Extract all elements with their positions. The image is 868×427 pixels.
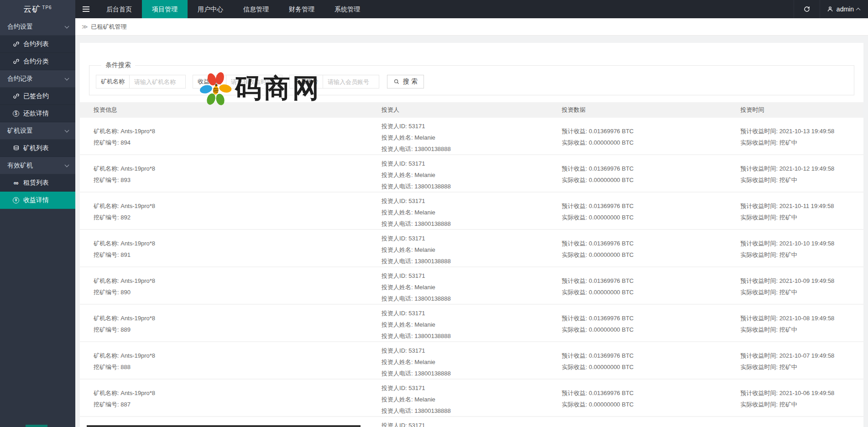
sidebar-group[interactable]: 矿机设置 — [0, 122, 75, 140]
sidebar-group[interactable]: 有效矿机 — [0, 157, 75, 174]
cell-line: 实际收益时间: 挖矿中 — [740, 286, 863, 298]
table-body: 矿机名称: Ants-19pro*8挖矿编号: 894 投资人ID: 53171… — [80, 118, 863, 427]
cell-line: 预计收益: 0.01369976 BTC — [562, 163, 740, 174]
search-field: 矿机名称 — [96, 75, 186, 89]
cell-line: 投资人电话: 13800138888 — [382, 405, 562, 417]
layers-icon — [12, 145, 20, 152]
cell-line: 投资人电话: 13800138888 — [382, 218, 562, 229]
content-card: 条件搜索 矿机名称 收益时间 会员账号 搜 索 投资信息投资人投资数据投资时间 … — [80, 43, 863, 427]
brand-title: 云矿 — [23, 4, 41, 15]
search-panel: 条件搜索 矿机名称 收益时间 会员账号 搜 索 — [89, 61, 854, 95]
table-header-cell: 投资时间 — [740, 106, 863, 114]
table-row: 矿机名称: Ants-19pro*8挖矿编号: 892 投资人ID: 53171… — [80, 193, 863, 230]
nav-item[interactable]: 信息管理 — [233, 0, 279, 18]
investment-info-cell: 矿机名称: Ants-19pro*8挖矿编号: 894 — [80, 118, 382, 155]
cell-line: 实际收益: 0.00000000 BTC — [562, 174, 740, 186]
investment-data-cell: 预计收益: 0.01369976 BTC实际收益: 0.00000000 BTC — [562, 380, 740, 417]
cell-line: 矿机名称: Ants-19pro*8 — [94, 200, 382, 212]
sidebar-group[interactable]: 合约记录 — [0, 70, 75, 88]
search-button[interactable]: 搜 索 — [387, 75, 424, 89]
investment-info-cell: 矿机名称: Ants-19pro*8挖矿编号: 892 — [80, 193, 382, 229]
cell-line: 投资人姓名: Melanie — [382, 244, 562, 255]
menu-toggle-icon[interactable] — [75, 0, 96, 18]
cell-line: 投资人电话: 13800138888 — [382, 181, 562, 192]
investor-cell: 投资人ID: 53171投资人姓名: Melanie投资人电话: 1380013… — [382, 305, 562, 342]
sidebar-item[interactable]: ¥ 收益详情 — [0, 192, 75, 209]
user-icon — [826, 5, 834, 13]
cell-line: 投资人姓名: Melanie — [382, 319, 562, 330]
cell-line: 投资人电话: 13800138888 — [382, 330, 562, 342]
nav-item[interactable]: 后台首页 — [96, 0, 142, 18]
refresh-button[interactable] — [794, 0, 820, 18]
user-menu[interactable]: admin — [820, 0, 868, 18]
cell-line: 预计收益时间: 2021-10-09 19:49:58 — [740, 275, 863, 286]
link-icon — [12, 93, 20, 100]
breadcrumb-icon: ≫ — [82, 23, 88, 30]
cell-line: 挖矿编号: 891 — [94, 249, 382, 260]
investment-info-cell: 矿机名称: Ants-19pro*8挖矿编号: 889 — [80, 305, 382, 342]
table-header-cell: 投资人 — [382, 106, 562, 114]
nav-item[interactable]: 用户中心 — [188, 0, 233, 18]
yen-circle-icon: ¥ — [12, 197, 20, 204]
nav-item[interactable]: 系统管理 — [324, 0, 370, 18]
investor-cell: 投资人ID: 53171投资人姓名: Melanie投资人电话: 1380013… — [382, 342, 562, 379]
sidebar-group-label: 合约记录 — [7, 75, 33, 83]
sidebar-item-label: 租赁列表 — [23, 179, 49, 187]
cell-line: 预计收益: 0.01369976 BTC — [562, 312, 740, 324]
infinity-icon: ∞ — [12, 179, 20, 187]
cell-line: 实际收益: 0.00000000 BTC — [562, 361, 740, 373]
investment-data-cell: 预计收益: 0.01369976 BTC实际收益: 0.00000000 BTC — [562, 305, 740, 342]
table-row: 矿机名称: Ants-19pro*8挖矿编号: 888 投资人ID: 53171… — [80, 342, 863, 380]
sidebar-item[interactable]: ∞ 租赁列表 — [0, 174, 75, 192]
investor-cell: 投资人ID: 53171投资人姓名: Melanie投资人电话: 1380013… — [382, 193, 562, 229]
nav-item[interactable]: 财务管理 — [279, 0, 324, 18]
sidebar-item[interactable]: 合约分类 — [0, 53, 75, 70]
sidebar-item-label: 收益详情 — [23, 196, 49, 204]
chevron-down-icon — [65, 128, 69, 132]
sidebar-item-label: 合约列表 — [23, 40, 49, 48]
sidebar-group[interactable]: 合约设置 — [0, 18, 75, 36]
cell-line: 实际收益: 0.00000000 BTC — [562, 212, 740, 223]
cell-line: 预计收益: 0.01369976 BTC — [562, 238, 740, 249]
link-icon — [12, 58, 20, 65]
investment-data-cell: 预计收益: 0.01369976 BTC实际收益: 0.00000000 BTC — [562, 193, 740, 229]
sidebar-item[interactable]: 合约列表 — [0, 36, 75, 53]
cell-line: 投资人ID: 53171 — [382, 307, 562, 319]
cell-line: 实际收益: 0.00000000 BTC — [562, 137, 740, 148]
search-fields-row: 矿机名称 收益时间 会员账号 搜 索 — [96, 75, 847, 89]
top-right-tools: admin — [794, 0, 868, 18]
refresh-icon — [803, 5, 810, 13]
search-input[interactable] — [323, 75, 379, 88]
investment-data-cell: 预计收益: 0.01369976 BTC实际收益: 0.00000000 BTC — [562, 342, 740, 379]
cell-line: 矿机名称: Ants-19pro*8 — [94, 350, 382, 361]
cell-line: 投资人ID: 53171 — [382, 382, 562, 394]
investor-cell: 投资人ID: 53171投资人姓名: Melanie投资人电话: 1380013… — [382, 118, 562, 155]
investment-data-cell: 预计收益: 0.01369976 BTC实际收益: 0.00000000 BTC — [562, 230, 740, 267]
brand-logo[interactable]: 云矿TP6 — [0, 0, 75, 18]
cropped-watermark-sliver — [87, 425, 361, 427]
investment-data-cell: 预计收益: 0.01369976 BTC实际收益: 0.00000000 BTC — [562, 267, 740, 304]
search-input[interactable] — [130, 75, 185, 88]
investment-time-cell: 预计收益时间: 2021-10-08 19:49:58实际收益时间: 挖矿中 — [740, 305, 863, 342]
cell-line: 投资人姓名: Melanie — [382, 281, 562, 293]
sidebar-item[interactable]: $ 还款详情 — [0, 105, 75, 122]
sidebar-item[interactable]: 矿机列表 — [0, 140, 75, 157]
page-title: 已租矿机管理 — [91, 23, 127, 31]
sidebar-group-label: 矿机设置 — [7, 127, 33, 135]
table-header-cell: 投资数据 — [562, 106, 740, 114]
breadcrumb: ≫ 已租矿机管理 — [75, 18, 868, 36]
cell-line: 矿机名称: Ants-19pro*8 — [94, 275, 382, 286]
cell-line: 投资人ID: 53171 — [382, 270, 562, 281]
investment-time-cell: 预计收益时间: 2021-10-12 19:49:58实际收益时间: 挖矿中 — [740, 155, 863, 192]
cell-line: 矿机名称: Ants-19pro*8 — [94, 125, 382, 137]
investment-time-cell: 预计收益时间: 2021-10-10 19:49:58实际收益时间: 挖矿中 — [740, 230, 863, 267]
sidebar-item-label: 合约分类 — [23, 57, 49, 66]
investment-info-cell: 矿机名称: Ants-19pro*8挖矿编号: 893 — [80, 155, 382, 192]
nav-item[interactable]: 项目管理 — [142, 0, 188, 18]
sidebar-item[interactable]: 已签合约 — [0, 88, 75, 105]
search-input[interactable] — [226, 75, 282, 88]
search-field-label: 矿机名称 — [96, 75, 130, 88]
investment-data-cell: 预计收益: 0.01369976 BTC — [562, 417, 740, 427]
cell-line: 实际收益: 0.00000000 BTC — [562, 249, 740, 260]
investor-cell: 投资人ID: 53171投资人姓名: Melanie投资人电话: 1380013… — [382, 267, 562, 304]
